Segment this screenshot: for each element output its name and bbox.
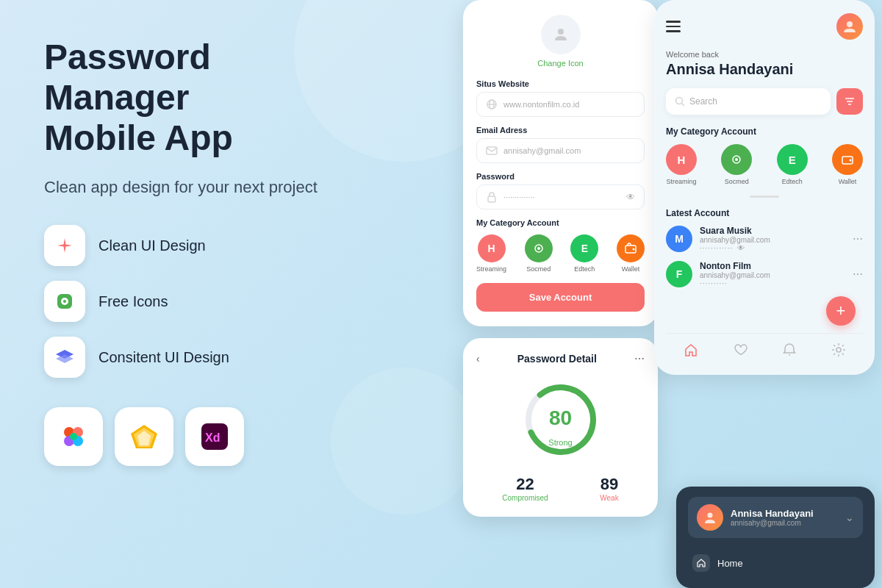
home-icon xyxy=(684,343,698,357)
svg-rect-20 xyxy=(488,196,495,202)
account-email-2: annisahy@gmail.com xyxy=(700,271,845,279)
xd-icon-box: Xd xyxy=(185,407,244,466)
account-item-2: F Nonton Film annisahy@gmail.com ·······… xyxy=(666,261,863,287)
sketch-icon xyxy=(129,423,159,450)
pd-stats: 22 Compromised 89 Weak xyxy=(476,475,645,502)
dash-cat-wallet-icon xyxy=(832,144,863,175)
svg-point-9 xyxy=(70,433,77,440)
hamburger-line-2 xyxy=(666,26,681,28)
subtitle: Clean app design for your next project xyxy=(44,176,353,199)
latest-section-title: Latest Account xyxy=(666,208,863,218)
search-icon xyxy=(675,96,685,107)
left-section: Password Manager Mobile App Clean app de… xyxy=(44,37,353,466)
user-avatar[interactable] xyxy=(836,13,863,40)
pd-title: Password Detail xyxy=(517,353,597,365)
dash-cat-streaming-label: Streaming xyxy=(666,178,696,185)
divider xyxy=(750,196,779,198)
bell-nav-icon[interactable] xyxy=(781,341,798,359)
bottom-nav xyxy=(666,333,863,362)
cat-socmed-label: Socmed xyxy=(526,265,551,273)
password-value: ·············· xyxy=(503,193,620,201)
profile-info: Annisa Handayani annisahy@gmail.com xyxy=(731,508,814,527)
settings-icon xyxy=(831,343,846,357)
dash-cat-streaming[interactable]: H Streaming xyxy=(666,144,697,185)
search-row: Search xyxy=(666,88,863,115)
dash-cat-socmed[interactable]: Socmed xyxy=(721,144,752,185)
search-box[interactable]: Search xyxy=(666,88,831,115)
account-menu-1[interactable]: ⋯ xyxy=(853,233,863,245)
hamburger-button[interactable] xyxy=(666,21,681,32)
change-icon-circle[interactable] xyxy=(541,15,581,54)
cat-socmed[interactable]: Socmed xyxy=(525,234,553,273)
cat-edtech[interactable]: E Edtech xyxy=(570,234,598,273)
website-label: Situs Website xyxy=(476,79,645,88)
change-icon-label: Change Icon xyxy=(537,59,583,68)
add-account-screen: Change Icon Situs Website www.nontonfilm… xyxy=(463,0,658,326)
profile-menu-home[interactable]: Home xyxy=(688,548,863,578)
filter-icon xyxy=(844,96,856,107)
account-email-1: annisahy@gmail.com xyxy=(700,236,845,244)
top-phone-screen: Change Icon Situs Website www.nontonfilm… xyxy=(463,0,658,338)
heart-nav-icon[interactable] xyxy=(731,341,749,359)
account-avatar-1: M xyxy=(666,226,692,252)
dash-cat-wallet[interactable]: Wallet xyxy=(832,144,863,185)
pd-header: ‹ Password Detail ⋯ xyxy=(476,353,645,365)
account-name-1: Suara Musik xyxy=(700,226,845,236)
feature-label-3: Consitent UI Design xyxy=(98,349,229,366)
profile-home-label: Home xyxy=(717,558,743,569)
home-nav-icon[interactable] xyxy=(682,341,700,359)
cat-wallet-icon xyxy=(617,234,645,262)
profile-card: Annisa Handayani annisahy@gmail.com ⌄ Ho… xyxy=(676,487,875,588)
cat-streaming[interactable]: H Streaming xyxy=(476,234,506,273)
password-input[interactable]: ·············· 👁 xyxy=(476,184,645,209)
profile-avatar-icon xyxy=(703,510,717,525)
svg-point-34 xyxy=(735,158,738,161)
website-input[interactable]: www.nontonfilm.co.id xyxy=(476,92,645,117)
change-icon-section: Change Icon xyxy=(476,15,645,68)
feature-list: Clean UI Design Free Icons Consitent UI xyxy=(44,225,353,378)
bg-decoration-2 xyxy=(331,368,478,514)
strength-number: 80 xyxy=(549,406,572,430)
svg-point-28 xyxy=(676,98,683,104)
feature-icon-1 xyxy=(44,225,85,266)
dash-cat-edtech[interactable]: E Edtech xyxy=(777,144,808,185)
password-label: Password xyxy=(476,172,645,181)
profile-header[interactable]: Annisa Handayani annisahy@gmail.com ⌄ xyxy=(688,497,863,538)
feature-label-2: Free Icons xyxy=(98,293,168,310)
cat-wallet-label: Wallet xyxy=(622,265,640,273)
avatar-image xyxy=(841,18,858,35)
lock-icon xyxy=(486,191,498,203)
feature-item-1: Clean UI Design xyxy=(44,225,353,266)
pd-back-button[interactable]: ‹ xyxy=(476,353,480,365)
profile-avatar xyxy=(697,504,723,531)
dashboard-card: Welcome back Annisa Handayani Search My … xyxy=(654,0,875,375)
eye-icon[interactable]: 👁 xyxy=(626,192,635,202)
settings-nav-icon[interactable] xyxy=(830,341,847,359)
svg-point-36 xyxy=(849,159,851,162)
strength-meter: 80 Strong xyxy=(476,379,645,460)
figma-icon xyxy=(60,423,87,450)
profile-home-icon xyxy=(692,554,710,572)
cat-wallet[interactable]: Wallet xyxy=(617,234,645,273)
bell-icon xyxy=(782,343,797,357)
dash-cat-socmed-icon xyxy=(721,144,752,175)
cat-edtech-label: Edtech xyxy=(574,265,595,273)
website-value: www.nontonfilm.co.id xyxy=(503,100,635,109)
account-password-1: ············ xyxy=(700,244,733,252)
user-name: Annisa Handayani xyxy=(666,61,863,78)
fab-add-button[interactable]: + xyxy=(826,296,856,326)
filter-button[interactable] xyxy=(836,88,863,115)
account-menu-2[interactable]: ⋯ xyxy=(853,268,863,280)
strength-label: Strong xyxy=(548,438,572,447)
dash-cat-edtech-icon: E xyxy=(777,144,808,175)
account-info-1: Suara Musik annisahy@gmail.com ·········… xyxy=(700,226,845,252)
profile-chevron-icon[interactable]: ⌄ xyxy=(845,512,854,523)
email-input[interactable]: annisahy@gmail.com xyxy=(476,138,645,163)
svg-point-27 xyxy=(847,21,853,27)
compromised-stat: 22 Compromised xyxy=(502,475,548,502)
weak-label: Weak xyxy=(600,494,618,502)
email-field-group: Email Adress annisahy@gmail.com xyxy=(476,126,645,163)
save-account-button[interactable]: Save Account xyxy=(476,283,645,312)
pd-menu-button[interactable]: ⋯ xyxy=(634,353,645,365)
account-eye-1[interactable]: 👁 xyxy=(737,244,745,252)
